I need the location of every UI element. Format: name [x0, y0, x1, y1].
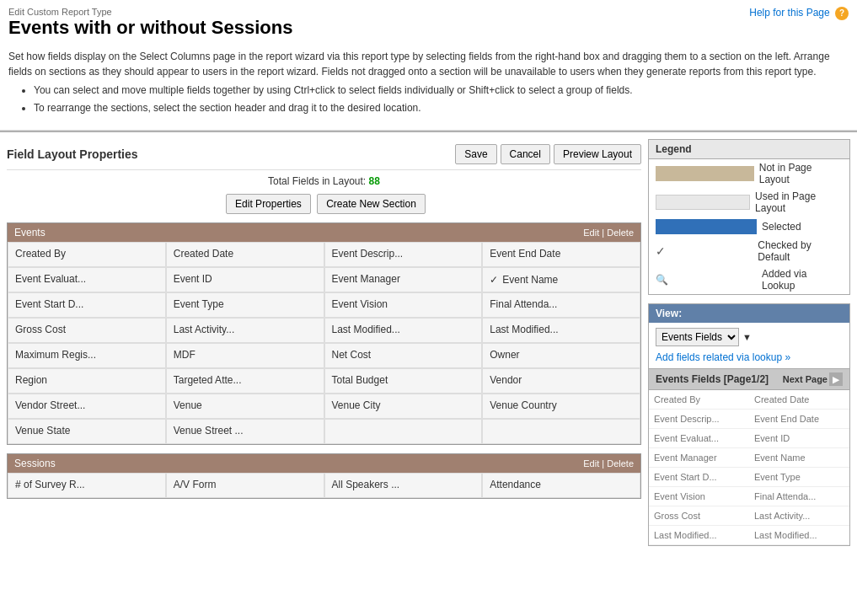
view-field-cell[interactable]: Created By — [649, 390, 749, 410]
view-field-cell[interactable]: Created Date — [749, 390, 849, 410]
view-field-cell[interactable]: Event End Date — [749, 410, 849, 429]
field-cell[interactable]: Event End Date — [482, 242, 640, 267]
view-field-cell[interactable]: Gross Cost — [649, 506, 749, 526]
help-text: Help for this Page — [749, 7, 829, 19]
legend-label-checked: Checked by Default — [758, 239, 843, 263]
sessions-fields-grid: # of Survey R... A/V Form All Speakers .… — [8, 473, 640, 498]
view-field-cell[interactable]: Event Descrip... — [649, 410, 749, 429]
create-section-button[interactable]: Create New Section — [317, 194, 426, 214]
events-section-links: Edit | Delete — [583, 228, 634, 238]
field-cell[interactable]: Vendor Street... — [8, 394, 166, 419]
field-cell[interactable]: Created By — [8, 242, 166, 267]
sessions-delete-link[interactable]: Delete — [607, 458, 634, 469]
bullet-list: You can select and move multiple fields … — [8, 79, 849, 125]
events-delete-link[interactable]: Delete — [607, 228, 634, 238]
field-cell[interactable]: Venue — [166, 394, 324, 419]
legend-item-selected: Selected — [649, 217, 849, 237]
field-cell[interactable]: Event Descrip... — [324, 242, 483, 267]
field-layout-title: Field Layout Properties — [7, 147, 452, 161]
legend-lookup-row: 🔍 — [656, 274, 757, 286]
view-field-cell[interactable]: Last Modified... — [649, 526, 749, 545]
field-cell[interactable]: A/V Form — [166, 473, 324, 498]
field-cell[interactable]: Targeted Atte... — [166, 368, 324, 394]
field-cell[interactable]: Last Activity... — [166, 318, 324, 343]
save-button[interactable]: Save — [455, 144, 496, 164]
description-text: Set how fields display on the Select Col… — [8, 49, 849, 79]
sessions-edit-link[interactable]: Edit — [583, 458, 599, 469]
right-panel: Legend Not in Page Layout Used in Page L… — [648, 139, 850, 546]
field-cell[interactable]: ✓ Event Name — [482, 267, 640, 292]
view-dropdown-icon[interactable]: ▼ — [742, 332, 752, 342]
total-label: Total Fields in Layout: — [268, 175, 366, 187]
field-cell[interactable]: Venue Street ... — [166, 419, 324, 444]
events-fields-grid: Created By Created Date Event Descrip...… — [8, 242, 640, 444]
view-field-cell[interactable]: Event Evaluat... — [649, 429, 749, 448]
field-cell[interactable]: Last Modified... — [482, 318, 640, 343]
field-cell[interactable]: Gross Cost — [8, 318, 166, 343]
sessions-section-header: Sessions Edit | Delete — [8, 454, 640, 473]
field-cell[interactable]: Event Manager — [324, 267, 483, 292]
field-cell[interactable]: Last Modified... — [324, 318, 483, 343]
field-cell[interactable]: Owner — [482, 343, 640, 368]
sessions-section-links: Edit | Delete — [583, 458, 634, 469]
field-cell[interactable]: Created Date — [166, 242, 324, 267]
edit-properties-button[interactable]: Edit Properties — [226, 194, 311, 214]
field-cell[interactable]: Final Attenda... — [482, 292, 640, 318]
field-cell[interactable]: MDF — [166, 343, 324, 368]
cancel-button[interactable]: Cancel — [501, 144, 550, 164]
view-box: View: Events Fields ▼ Add fields related… — [648, 303, 850, 546]
view-field-cell[interactable]: Event Name — [749, 448, 849, 468]
field-cell[interactable]: All Speakers ... — [324, 473, 483, 498]
view-field-cell[interactable]: Last Modified... — [749, 526, 849, 545]
left-panel: Field Layout Properties Save Cancel Prev… — [7, 139, 641, 546]
events-edit-link[interactable]: Edit — [583, 228, 599, 238]
field-cell — [324, 419, 483, 444]
field-cell[interactable]: Event Start D... — [8, 292, 166, 318]
field-cell[interactable]: Event ID — [166, 267, 324, 292]
view-field-cell[interactable]: Event Type — [749, 468, 849, 487]
field-cell[interactable]: # of Survey R... — [8, 473, 166, 498]
help-link[interactable]: Help for this Page ? — [749, 0, 857, 20]
legend-color-used-in — [656, 195, 750, 210]
view-select[interactable]: Events Fields — [656, 328, 739, 346]
add-lookup-link[interactable]: Add fields related via lookup » — [649, 351, 849, 368]
view-field-cell[interactable]: Event Start D... — [649, 468, 749, 487]
next-page-label: Next Page — [783, 374, 828, 384]
page-header: Edit Custom Report Type Events with or w… — [0, 0, 857, 39]
main-content: Field Layout Properties Save Cancel Prev… — [0, 139, 857, 546]
view-fields-grid: Created By Created Date Event Descrip...… — [649, 390, 849, 545]
field-cell[interactable]: Venue State — [8, 419, 166, 444]
field-cell[interactable]: Event Evaluat... — [8, 267, 166, 292]
legend-checked-row: ✓ — [656, 244, 753, 258]
legend-label-not-in: Not in Page Layout — [759, 162, 843, 185]
field-layout-header: Field Layout Properties Save Cancel Prev… — [7, 139, 641, 170]
field-cell[interactable]: Total Budget — [324, 368, 483, 394]
field-cell[interactable]: Event Type — [166, 292, 324, 318]
view-field-cell[interactable]: Last Activity... — [749, 506, 849, 526]
page-title: Events with or without Sessions — [8, 17, 849, 39]
legend-item-not-in: Not in Page Layout — [649, 159, 849, 188]
field-cell[interactable]: Net Cost — [324, 343, 483, 368]
view-field-cell[interactable]: Event Vision — [649, 487, 749, 506]
legend-item-used-in: Used in Page Layout — [649, 188, 849, 217]
field-cell[interactable]: Attendance — [482, 473, 640, 498]
legend-box: Legend Not in Page Layout Used in Page L… — [648, 139, 850, 295]
view-field-cell[interactable]: Final Attenda... — [749, 487, 849, 506]
view-field-cell[interactable]: Event Manager — [649, 448, 749, 468]
field-cell[interactable]: Region — [8, 368, 166, 394]
events-section-header: Events Edit | Delete — [8, 223, 640, 242]
legend-label-selected: Selected — [762, 221, 801, 233]
next-page-button[interactable]: Next Page ▶ — [783, 372, 843, 386]
preview-layout-button[interactable]: Preview Layout — [554, 144, 641, 164]
help-icon: ? — [835, 7, 849, 20]
field-cell[interactable]: Vendor — [482, 368, 640, 394]
next-page-icon: ▶ — [829, 372, 843, 386]
field-cell[interactable]: Event Vision — [324, 292, 483, 318]
lookup-legend-icon: 🔍 — [656, 274, 668, 286]
events-section-title: Events — [14, 227, 46, 238]
view-field-cell[interactable]: Event ID — [749, 429, 849, 448]
field-cell[interactable]: Venue Country — [482, 394, 640, 419]
bullet-1: You can select and move multiple fields … — [34, 83, 840, 98]
field-cell[interactable]: Maximum Regis... — [8, 343, 166, 368]
field-cell[interactable]: Venue City — [324, 394, 483, 419]
